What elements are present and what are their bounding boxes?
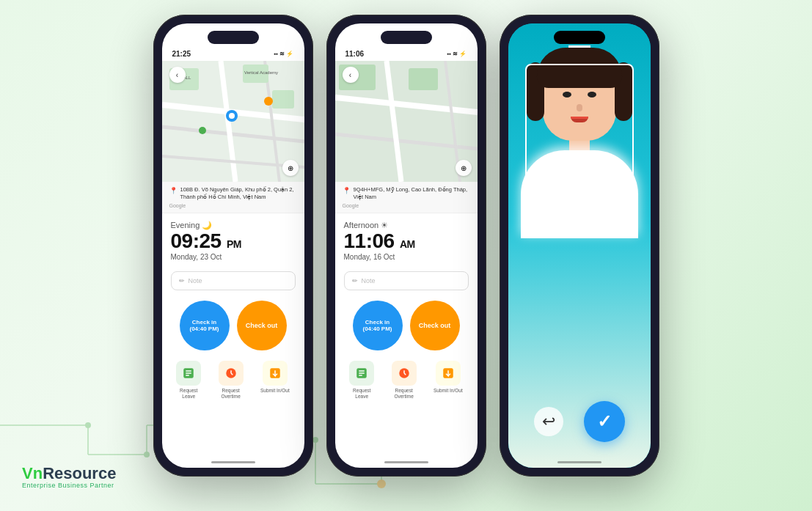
submit-inout-1[interactable]: Submit In/Out	[260, 361, 290, 400]
note-icon-1: ✏	[179, 277, 185, 284]
location-target-2[interactable]: ⊕	[456, 160, 472, 176]
home-indicator-3	[557, 461, 601, 463]
check-in-button-1[interactable]: Check in (04:40 PM)	[180, 301, 230, 350]
check-out-button-2[interactable]: Check out	[410, 301, 460, 350]
svg-rect-49	[409, 68, 438, 90]
request-overtime-label-1: RequestOvertime	[221, 388, 240, 400]
note-placeholder-2: Note	[362, 277, 376, 284]
dynamic-island-1	[208, 31, 259, 44]
map-area-2: ‹ ⊕	[335, 61, 478, 182]
time-section-1: Evening 🌙 09:25 PM Monday, 23 Oct	[162, 213, 304, 266]
back-button-1[interactable]: ‹	[169, 67, 186, 83]
status-bar-2: 11:06 ▪▪ ≋ ⚡	[335, 44, 478, 61]
status-time-1: 21:25	[172, 50, 191, 58]
confirm-face-button[interactable]: ✓	[584, 401, 625, 442]
period-label-1: Evening	[171, 221, 200, 229]
svg-text:Vertical Academy: Vertical Academy	[244, 70, 278, 75]
dynamic-island-3	[554, 31, 605, 44]
location-target-1[interactable]: ⊕	[282, 160, 299, 176]
request-overtime-icon-2	[392, 361, 417, 386]
svg-point-33	[264, 97, 273, 106]
request-overtime-icon-1	[219, 361, 244, 386]
svg-point-34	[199, 127, 206, 134]
back-button-2[interactable]: ‹	[343, 67, 359, 83]
svg-point-18	[377, 479, 386, 488]
submit-inout-icon-1	[263, 361, 288, 386]
logo-resource: Resource	[43, 466, 116, 482]
dynamic-island-2	[381, 31, 432, 44]
status-icons-2: ▪▪ ≋ ⚡	[447, 51, 467, 57]
address-pin-icon-2: 📍	[343, 187, 351, 194]
phone-1-screen: 21:25 ▪▪ ≋ ⚡ PETMAL	[162, 23, 304, 468]
face-detection-frame	[525, 64, 634, 199]
bottom-icons-1: RequestLeave RequestOvertime Submit In/O…	[162, 355, 304, 402]
status-bar-1: 21:25 ▪▪ ≋ ⚡	[162, 44, 304, 61]
submit-inout-2[interactable]: Submit In/Out	[434, 361, 463, 400]
submit-inout-label-1: Submit In/Out	[260, 388, 290, 394]
check-out-button-1[interactable]: Check out	[237, 301, 287, 350]
submit-inout-icon-2	[436, 361, 461, 386]
map-area-1: PETMALL Vertical Academy ‹ ⊕	[162, 61, 304, 182]
request-leave-icon-2	[349, 361, 374, 386]
logo: VnResource Enterprise Business Partner	[22, 466, 116, 489]
google-label-2: Google	[343, 203, 470, 208]
logo-vn: Vn	[22, 466, 43, 482]
request-leave-icon-1	[176, 361, 201, 386]
submit-inout-label-2: Submit In/Out	[434, 388, 463, 394]
date-display-1: Monday, 23 Oct	[171, 253, 296, 261]
action-buttons-2: Check in (04:40 PM) Check out	[335, 296, 478, 355]
date-display-2: Monday, 16 Oct	[344, 253, 469, 261]
request-leave-label-2: RequestLeave	[353, 388, 370, 400]
phone-1: 21:25 ▪▪ ≋ ⚡ PETMAL	[153, 15, 313, 477]
home-indicator-1	[211, 461, 255, 463]
bottom-icons-2: RequestLeave RequestOvertime Submit In/O…	[335, 355, 478, 402]
address-text-2: 9Q4H+MFG, Mỹ Long, Cao Lãnh, Đồng Tháp, …	[354, 186, 470, 201]
time-display-1: 09:25 PM	[171, 230, 296, 253]
request-leave-label-1: RequestLeave	[180, 388, 197, 400]
note-field-1[interactable]: ✏ Note	[171, 271, 296, 290]
svg-point-32	[229, 113, 235, 119]
face-controls: ↩ ✓	[508, 401, 651, 442]
address-section-2: 📍 9Q4H+MFG, Mỹ Long, Cao Lãnh, Đồng Tháp…	[335, 182, 478, 213]
request-overtime-1[interactable]: RequestOvertime	[219, 361, 244, 400]
request-overtime-label-2: RequestOvertime	[394, 388, 413, 400]
check-in-button-2[interactable]: Check in (04:40 PM)	[353, 301, 403, 350]
phone-3: ↩ ✓	[500, 15, 659, 477]
phones-container: 21:25 ▪▪ ≋ ⚡ PETMAL	[153, 15, 659, 477]
note-icon-2: ✏	[352, 277, 358, 284]
address-text-1: 108B Đ. Võ Nguyên Giáp, Khu phố 2, Quận …	[180, 186, 297, 201]
time-section-2: Afternoon ☀ 11:06 AM Monday, 16 Oct	[335, 213, 478, 266]
request-leave-2[interactable]: RequestLeave	[349, 361, 374, 400]
status-icons-1: ▪▪ ≋ ⚡	[274, 51, 293, 57]
note-placeholder-1: Note	[189, 277, 202, 284]
address-section-1: 📍 108B Đ. Võ Nguyên Giáp, Khu phố 2, Quậ…	[162, 182, 304, 213]
status-time-2: 11:06	[345, 50, 365, 58]
phone-3-screen: ↩ ✓	[508, 23, 651, 468]
action-buttons-1: Check in (04:40 PM) Check out	[162, 296, 304, 355]
period-label-2: Afternoon	[344, 221, 379, 229]
request-overtime-2[interactable]: RequestOvertime	[392, 361, 417, 400]
home-indicator-2	[384, 461, 428, 463]
note-field-2[interactable]: ✏ Note	[344, 271, 469, 290]
logo-tagline: Enterprise Business Partner	[22, 482, 116, 489]
back-face-button[interactable]: ↩	[534, 407, 563, 436]
phone-2-screen: 11:06 ▪▪ ≋ ⚡ ‹ ⊕	[335, 23, 478, 468]
time-display-2: 11:06 AM	[344, 230, 469, 253]
google-label-1: Google	[169, 203, 297, 208]
svg-rect-28	[272, 90, 294, 109]
svg-point-14	[144, 452, 150, 457]
address-pin-icon-1: 📍	[169, 187, 178, 194]
request-leave-1[interactable]: RequestLeave	[176, 361, 201, 400]
phone-2: 11:06 ▪▪ ≋ ⚡ ‹ ⊕	[326, 15, 486, 477]
svg-point-13	[85, 422, 91, 428]
